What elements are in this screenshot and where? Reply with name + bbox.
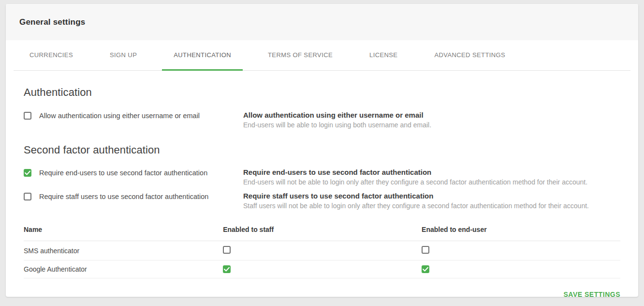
setting-help-description: End-users will not be able to login only… [243,178,620,186]
card-header: General settings [6,4,638,40]
table-row: SMS authenticator [24,241,620,260]
setting-help: Require end-users to use second factor a… [243,168,620,186]
tab-license[interactable]: LICENSE [358,40,409,71]
setting-control: Allow authentication using either userna… [24,111,243,120]
require-end-users-2fa-checkbox[interactable] [24,169,31,177]
column-header-name: Name [24,223,223,241]
check-icon [423,267,428,272]
setting-control: Require end-users to use second factor a… [24,168,243,177]
column-header-staff: Enabled to staff [223,223,422,241]
google-end-user-checkbox[interactable] [422,265,429,273]
google-staff-checkbox[interactable] [223,265,231,273]
username-or-email-label[interactable]: Allow authentication using either userna… [39,112,200,120]
sms-end-user-checkbox[interactable] [422,246,429,254]
tab-authentication[interactable]: AUTHENTICATION [162,40,243,71]
setting-help-description: Staff users will not be able to login on… [243,202,620,210]
column-header-end-user: Enabled to end-user [422,223,620,241]
require-end-users-2fa-label[interactable]: Require end-users to use second factor a… [39,169,207,177]
setting-row-require-staff-2fa: Require staff users to use second factor… [24,192,620,210]
setting-row-require-end-users-2fa: Require end-users to use second factor a… [24,168,620,186]
authenticator-name: Google Authenticator [24,260,223,278]
setting-help-description: End-users will be able to login using bo… [243,121,620,129]
tab-currencies[interactable]: CURRENCIES [18,40,85,71]
actions-bar: SAVE SETTINGS [24,289,620,300]
tab-advanced-settings[interactable]: ADVANCED SETTINGS [423,40,517,71]
require-staff-2fa-checkbox[interactable] [24,193,31,200]
tab-bar: CURRENCIES SIGN UP AUTHENTICATION TERMS … [14,40,630,71]
general-settings-card: General settings CURRENCIES SIGN UP AUTH… [6,4,638,297]
save-settings-button[interactable]: SAVE SETTINGS [564,289,620,300]
table-row: Google Authenticator [24,260,620,278]
setting-row-username-or-email: Allow authentication using either userna… [24,111,620,129]
setting-control: Require staff users to use second factor… [24,192,243,200]
setting-help: Allow authentication using either userna… [243,111,620,129]
page-title: General settings [19,17,85,27]
username-or-email-checkbox[interactable] [24,112,31,120]
require-staff-2fa-label[interactable]: Require staff users to use second factor… [39,193,208,200]
tab-sign-up[interactable]: SIGN UP [98,40,148,71]
section-heading-second-factor: Second factor authentication [24,144,620,156]
sms-staff-checkbox[interactable] [223,246,231,254]
setting-help: Require staff users to use second factor… [243,192,620,210]
check-icon [25,170,30,175]
setting-help-title: Allow authentication using either userna… [243,111,620,119]
table-header-row: Name Enabled to staff Enabled to end-use… [24,223,620,241]
tab-content: Authentication Allow authentication usin… [6,86,638,300]
setting-help-title: Require staff users to use second factor… [243,192,620,200]
setting-help-title: Require end-users to use second factor a… [243,168,620,176]
section-heading-authentication: Authentication [24,86,620,99]
tab-terms-of-service[interactable]: TERMS OF SERVICE [256,40,344,71]
authenticator-name: SMS authenticator [24,241,223,260]
authenticators-table: Name Enabled to staff Enabled to end-use… [24,223,620,278]
check-icon [224,267,230,272]
